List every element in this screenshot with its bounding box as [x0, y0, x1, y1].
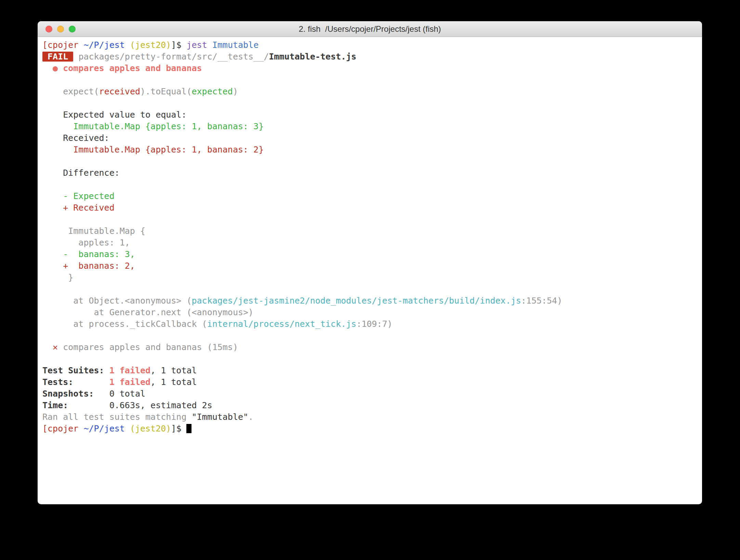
text-segment: ● compares apples and bananas: [42, 63, 202, 73]
text-segment: [78, 40, 83, 50]
terminal-line: ✕ compares apples and bananas (15ms): [42, 342, 699, 353]
text-segment: 1 failed: [109, 365, 150, 375]
terminal-line: [42, 74, 699, 86]
text-segment: ~/P/jest: [83, 424, 124, 434]
text-segment: - Expected: [42, 191, 115, 201]
terminal-window: 2. fish /Users/cpojer/Projects/jest (fis…: [38, 21, 702, 504]
terminal-line: Immutable.Map {apples: 1, bananas: 3}: [42, 121, 699, 132]
text-segment: ): [233, 86, 238, 96]
terminal-line: apples: 1,: [42, 237, 699, 249]
text-segment: Test Suites:: [42, 365, 109, 375]
text-segment: jest: [186, 40, 207, 50]
terminal-line: [cpojer ~/P/jest (jest20)]$ jest Immutab…: [42, 39, 699, 51]
terminal-line: - Expected: [42, 190, 699, 202]
terminal-line: + Received: [42, 202, 699, 214]
text-segment: Snapshots:: [42, 389, 94, 399]
terminal-line: expect(received).toEqual(expected): [42, 86, 699, 97]
text-segment: [125, 40, 130, 50]
text-segment: Difference:: [42, 168, 120, 178]
terminal-line: [cpojer ~/P/jest (jest20)]$: [42, 423, 699, 435]
terminal-line: Immutable.Map {: [42, 225, 699, 237]
text-segment: ✕: [53, 342, 58, 352]
text-segment: Immutable.Map {apples: 1, bananas: 2}: [42, 145, 264, 155]
text-segment: Time:: [42, 400, 68, 410]
text-segment: ]$: [171, 40, 186, 50]
text-segment: [73, 52, 78, 62]
terminal-line: FAIL packages/pretty-format/src/__tests_…: [42, 51, 699, 63]
terminal-line: [42, 353, 699, 365]
fail-badge: FAIL: [42, 52, 73, 62]
text-segment: Tests:: [42, 377, 73, 387]
text-segment: - bananas: 3,: [42, 249, 135, 259]
text-segment: received: [99, 86, 140, 96]
text-segment: Received:: [42, 133, 109, 143]
text-segment: [cpojer: [42, 40, 78, 50]
terminal-line: [42, 97, 699, 109]
terminal-line: [42, 330, 699, 342]
cursor-block: [186, 424, 191, 433]
terminal-line: Test Suites: 1 failed, 1 total: [42, 365, 699, 376]
text-segment: at Object.<anonymous> (: [42, 296, 192, 306]
text-segment: :109:7): [356, 319, 392, 329]
terminal-line: [42, 156, 699, 167]
text-segment: packages/pretty-format/src/__tests__/: [78, 52, 269, 62]
terminal-line: [42, 283, 699, 295]
text-segment: expect(: [42, 86, 99, 96]
text-segment: Immutable: [212, 40, 259, 50]
text-segment: Immutable.Map {: [42, 226, 145, 236]
text-segment: (jest20): [130, 424, 171, 434]
title-bar[interactable]: 2. fish /Users/cpojer/Projects/jest (fis…: [38, 21, 702, 37]
terminal-line: Time: 0.663s, estimated 2s: [42, 400, 699, 411]
text-segment: compares apples and bananas (15ms): [58, 342, 238, 352]
text-segment: 0 total: [94, 389, 146, 399]
text-segment: at Generator.next (<anonymous>): [42, 307, 253, 317]
terminal-output[interactable]: [cpojer ~/P/jest (jest20)]$ jest Immutab…: [38, 37, 702, 504]
terminal-line: at Generator.next (<anonymous>): [42, 307, 699, 318]
terminal-line: Tests: 1 failed, 1 total: [42, 376, 699, 388]
terminal-line: [42, 214, 699, 225]
terminal-line: Immutable.Map {apples: 1, bananas: 2}: [42, 144, 699, 156]
text-segment: [cpojer: [42, 424, 78, 434]
terminal-line: at Object.<anonymous> (packages/jest-jas…: [42, 295, 699, 307]
text-segment: , 1 total: [150, 365, 197, 375]
terminal-line: [42, 179, 699, 190]
text-segment: at process._tickCallback (: [42, 319, 207, 329]
terminal-line: - bananas: 3,: [42, 249, 699, 260]
text-segment: packages/jest-jasmine2/node_modules/jest…: [192, 296, 521, 306]
text-segment: ).toEqual(: [140, 86, 192, 96]
text-segment: + Received: [42, 203, 115, 213]
text-segment: [207, 40, 212, 50]
terminal-line: Snapshots: 0 total: [42, 388, 699, 400]
text-segment: [125, 424, 130, 434]
terminal-line: at process._tickCallback (internal/proce…: [42, 318, 699, 330]
text-segment: :155:54): [521, 296, 562, 306]
window-title: 2. fish /Users/cpojer/Projects/jest (fis…: [38, 21, 702, 37]
text-segment: Ran all test suites matching: [42, 412, 192, 422]
text-segment: "Immutable": [192, 412, 249, 422]
text-segment: Immutable.Map {apples: 1, bananas: 3}: [42, 121, 264, 131]
text-segment: Immutable-test.js: [269, 52, 356, 62]
terminal-line: Received:: [42, 132, 699, 144]
text-segment: [42, 342, 53, 352]
terminal-line: Ran all test suites matching "Immutable"…: [42, 411, 699, 423]
terminal-line: Difference:: [42, 167, 699, 179]
text-segment: .: [248, 412, 253, 422]
text-segment: [73, 377, 109, 387]
text-segment: apples: 1,: [42, 238, 130, 248]
text-segment: ]$: [171, 424, 186, 434]
text-segment: + bananas: 2,: [42, 261, 135, 271]
text-segment: , 1 total: [150, 377, 197, 387]
text-segment: expected: [192, 86, 233, 96]
terminal-line: + bananas: 2,: [42, 260, 699, 272]
text-segment: [78, 424, 83, 434]
text-segment: }: [42, 272, 73, 282]
text-segment: 1 failed: [109, 377, 150, 387]
text-segment: 0.663s, estimated 2s: [68, 400, 212, 410]
terminal-line: ● compares apples and bananas: [42, 63, 699, 74]
text-segment: Expected value to equal:: [42, 110, 186, 120]
text-segment: (jest20): [130, 40, 171, 50]
text-segment: ~/P/jest: [83, 40, 124, 50]
terminal-line: Expected value to equal:: [42, 109, 699, 121]
text-segment: internal/process/next_tick.js: [207, 319, 357, 329]
terminal-line: }: [42, 272, 699, 283]
